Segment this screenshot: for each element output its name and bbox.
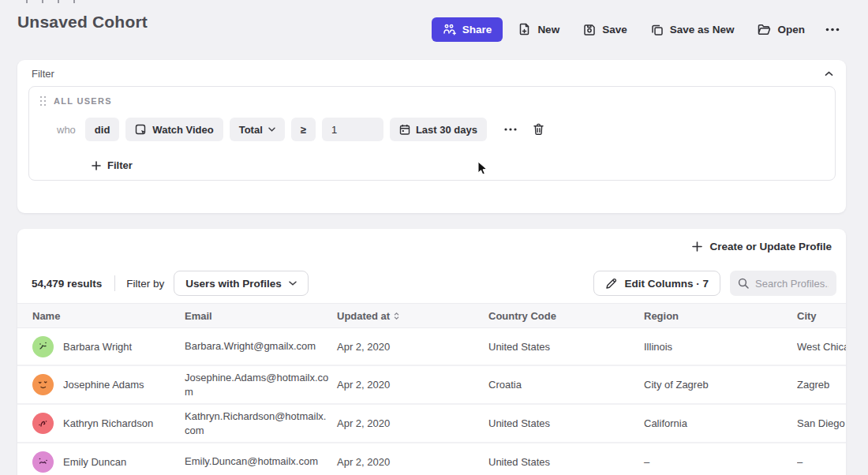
profile-city: Zagreb (797, 374, 846, 395)
save-button[interactable]: Save (575, 17, 635, 42)
avatar (32, 336, 54, 357)
table-row[interactable]: Kathryn Richardson Kathryn.Richardson@ho… (17, 405, 846, 443)
search-profiles-box (730, 271, 836, 296)
folder-icon (758, 24, 771, 36)
results-count: 54,479 results (32, 278, 102, 290)
profile-country-code: United States (488, 336, 644, 357)
avatar (32, 451, 54, 473)
profile-updated-at: Apr 2, 2020 (337, 413, 488, 434)
profile-country-code: Croatia (488, 374, 644, 395)
table-row[interactable]: Barbara Wright Barbara.Wright@gmailx.com… (17, 328, 846, 366)
add-filter-button[interactable]: Filter (92, 159, 133, 171)
plus-icon (92, 161, 101, 170)
plus-icon (692, 241, 702, 252)
search-profiles-input[interactable] (755, 278, 829, 290)
create-or-update-profile-button[interactable]: Create or Update Profile (692, 241, 832, 252)
event-selector[interactable]: Watch Video (125, 118, 223, 141)
filter-panel: Filter ALL USERS who did (17, 60, 846, 213)
did-selector[interactable]: did (85, 118, 120, 141)
filter-panel-title: Filter (32, 68, 54, 80)
calendar-icon (399, 124, 410, 136)
profile-name: Emily Duncan (63, 456, 126, 468)
column-header-country-code[interactable]: Country Code (488, 310, 644, 322)
collapse-chevron-up-icon[interactable] (825, 71, 833, 77)
profile-city: San Diego (797, 413, 846, 434)
date-range-selector[interactable]: Last 30 days (390, 118, 487, 141)
divider (114, 275, 115, 291)
delete-row-trash-icon[interactable] (528, 118, 550, 140)
sort-icon[interactable] (394, 312, 399, 320)
page-title: Unsaved Cohort (17, 13, 148, 32)
filter-group: ALL USERS who did Watch Video Total (28, 86, 836, 181)
operator-selector[interactable]: ≥ (291, 118, 316, 141)
profile-name: Barbara Wright (63, 341, 132, 353)
filter-condition-row: who did Watch Video Total (57, 118, 825, 141)
mouse-cursor (477, 161, 488, 176)
more-horizontal-icon (825, 28, 840, 32)
profile-region: City of Zagreb (644, 374, 797, 395)
profiles-filter-dropdown[interactable]: Users with Profiles (174, 271, 309, 296)
profile-region: California (644, 413, 797, 434)
profile-email: Kathryn.Richardson@hotmailx.com (185, 405, 337, 442)
group-label: ALL USERS (54, 96, 112, 106)
aggregation-selector[interactable]: Total (230, 118, 285, 141)
drag-handle-icon[interactable] (40, 96, 46, 106)
profile-name: Kathryn Richardson (63, 417, 153, 429)
more-options-button[interactable] (821, 17, 844, 42)
copy-icon (651, 24, 664, 36)
avatar (32, 413, 54, 434)
results-panel: Create or Update Profile 54,479 results … (17, 229, 846, 475)
table-header-row: Name Email Updated at Country Code Regio… (17, 303, 846, 328)
profile-region: – (644, 451, 797, 473)
table-row[interactable]: Emily Duncan Emily.Duncan@hotmailx.com A… (17, 443, 846, 475)
results-toolbar: 54,479 results Filter by Users with Prof… (17, 264, 846, 303)
header-actions: Share New Save Save as New (432, 17, 844, 42)
profile-city: West Chicago (797, 336, 846, 357)
share-button[interactable]: Share (432, 17, 503, 42)
profile-email: Barbara.Wright@gmailx.com (185, 335, 337, 358)
profile-email: Josephine.Adams@hotmailx.com (185, 366, 337, 403)
column-header-updated-at[interactable]: Updated at (337, 310, 488, 322)
threshold-input[interactable] (322, 118, 383, 141)
profile-updated-at: Apr 2, 2020 (337, 451, 488, 473)
chevron-down-icon (289, 281, 297, 286)
avatar (32, 374, 54, 395)
profile-email: Emily.Duncan@hotmailx.com (185, 450, 337, 473)
profile-name: Josephine Adams (63, 379, 144, 391)
table-row[interactable]: Josephine Adams Josephine.Adams@hotmailx… (17, 366, 846, 405)
profile-region: Illinois (644, 336, 797, 357)
new-button[interactable]: New (511, 17, 567, 42)
edit-columns-button[interactable]: Edit Columns · 7 (593, 271, 720, 296)
filter-by-label: Filter by (126, 278, 164, 290)
column-header-email[interactable]: Email (185, 310, 337, 322)
profile-updated-at: Apr 2, 2020 (337, 374, 488, 395)
who-label: who (57, 124, 76, 136)
search-icon (738, 278, 749, 289)
share-users-icon (443, 24, 456, 36)
profile-city: – (797, 451, 846, 473)
column-header-region[interactable]: Region (644, 310, 797, 322)
event-icon (135, 124, 147, 136)
save-as-new-button[interactable]: Save as New (643, 17, 743, 42)
profile-updated-at: Apr 2, 2020 (337, 336, 488, 357)
chevron-down-icon (268, 127, 275, 132)
pencil-icon (605, 278, 617, 290)
column-header-city[interactable]: City (797, 310, 846, 322)
open-button[interactable]: Open (750, 17, 813, 42)
profile-country-code: United States (488, 451, 644, 473)
clipped-breadcrumb (26, 0, 75, 3)
profile-country-code: United States (488, 413, 644, 434)
save-icon (583, 24, 596, 36)
row-more-options-icon[interactable] (499, 118, 522, 140)
column-header-name[interactable]: Name (32, 310, 185, 322)
file-plus-icon (518, 23, 531, 36)
